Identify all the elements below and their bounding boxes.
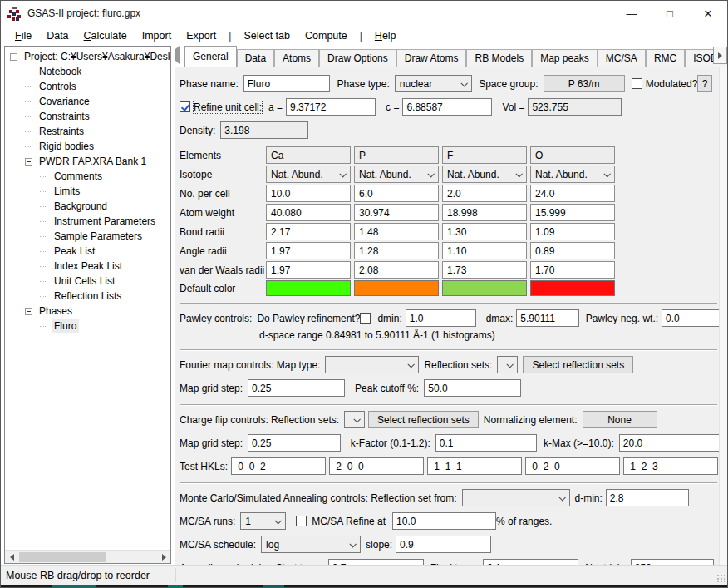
tab-scroll-left-icon[interactable] xyxy=(175,49,180,61)
angle-radii-input[interactable]: 1.28 xyxy=(354,242,439,259)
mcsa-schedule-select[interactable]: log xyxy=(261,536,361,553)
isotope-select[interactable]: Nat. Abund. xyxy=(530,166,615,183)
tab-data[interactable]: Data xyxy=(237,49,274,67)
menu-data[interactable]: Data xyxy=(39,28,76,43)
vdw-radii-input[interactable]: 1.73 xyxy=(442,261,527,279)
bond-radii-input[interactable]: 2.17 xyxy=(266,223,351,240)
k-max-input[interactable]: 20.0 xyxy=(619,434,721,452)
tab-rmc[interactable]: RMC xyxy=(646,49,685,67)
tree-item-phases[interactable]: Phases xyxy=(5,304,170,319)
k-factor-input[interactable]: 0.1 xyxy=(435,434,537,452)
tree-item-reflection-lists[interactable]: Reflection Lists xyxy=(5,289,170,304)
modulated-checkbox[interactable] xyxy=(632,78,642,89)
tree-collapse-icon[interactable] xyxy=(10,53,17,61)
menu-compute[interactable]: Compute xyxy=(298,28,355,43)
bond-radii-input[interactable]: 1.48 xyxy=(354,223,439,240)
isotope-select[interactable]: Nat. Abund. xyxy=(266,166,351,183)
mcsa-reflection-set-select[interactable] xyxy=(462,489,570,506)
per-cell-input[interactable]: 10.0 xyxy=(266,185,351,202)
chargeflip-select-reflection-sets-button[interactable]: Select reflection sets xyxy=(368,411,479,428)
menu-select-tab[interactable]: Select tab xyxy=(236,28,298,43)
cf-map-grid-step-input[interactable]: 0.25 xyxy=(248,434,341,452)
tab-map-peaks[interactable]: Map peaks xyxy=(532,49,598,67)
select-reflection-sets-button[interactable]: Select reflection sets xyxy=(523,356,633,373)
tab-draw-options[interactable]: Draw Options xyxy=(319,49,396,67)
mcsa-dmin-input[interactable]: 2.8 xyxy=(606,489,689,506)
space-group-button[interactable]: P 63/m xyxy=(544,75,625,92)
element-color-swatch[interactable] xyxy=(442,280,527,296)
tree-collapse-icon[interactable] xyxy=(25,308,32,315)
chargeflip-reflection-sets-select[interactable] xyxy=(344,411,365,428)
pawley-neg-wt-input[interactable]: 0.0 xyxy=(662,309,721,327)
vdw-radii-input[interactable]: 2.08 xyxy=(354,261,439,279)
isotope-select[interactable]: Nat. Abund. xyxy=(442,166,527,183)
tab-draw-atoms[interactable]: Draw Atoms xyxy=(396,49,467,67)
tree-item-limits[interactable]: Limits xyxy=(5,184,170,199)
scrollbar-left-icon[interactable] xyxy=(5,551,18,564)
menu-export[interactable]: Export xyxy=(179,28,224,43)
bond-radii-input[interactable]: 1.09 xyxy=(530,223,615,240)
per-cell-input[interactable]: 6.0 xyxy=(354,185,439,202)
test-hkl-input[interactable]: 0 2 0 xyxy=(525,457,620,475)
menu-file[interactable]: File xyxy=(7,28,39,43)
tab-rb-models[interactable]: RB Models xyxy=(466,49,532,67)
element-color-swatch[interactable] xyxy=(266,280,351,296)
element-color-swatch[interactable] xyxy=(354,280,439,296)
tab-atoms[interactable]: Atoms xyxy=(274,49,319,67)
scrollbar-right-icon[interactable] xyxy=(157,551,170,564)
per-cell-input[interactable]: 24.0 xyxy=(530,185,615,202)
tree-item-project[interactable]: Project: C:¥Users¥Asakura¥Deskt xyxy=(5,49,170,64)
tree-item-background[interactable]: Background xyxy=(5,199,170,214)
minimize-button[interactable]: — xyxy=(612,1,651,26)
resize-grip-icon[interactable] xyxy=(716,574,725,582)
tree-item-index-peak-list[interactable]: Index Peak List xyxy=(5,259,170,274)
tree-collapse-icon[interactable] xyxy=(25,158,32,166)
tree-item-restraints[interactable]: Restraints xyxy=(5,124,170,139)
peak-cutoff-input[interactable]: 50.0 xyxy=(424,379,521,397)
phase-name-input[interactable]: Fluro xyxy=(243,75,331,92)
dmin-input[interactable]: 1.0 xyxy=(406,309,476,327)
angle-radii-input[interactable]: 1.10 xyxy=(442,242,527,259)
per-cell-input[interactable]: 2.0 xyxy=(442,185,527,202)
phase-type-select[interactable]: nuclear xyxy=(395,75,472,92)
tree-horizontal-scrollbar[interactable] xyxy=(5,550,170,563)
tree-item-unit-cells-list[interactable]: Unit Cells List xyxy=(5,274,170,289)
help-button[interactable]: ? xyxy=(697,75,712,92)
dmax-input[interactable]: 5.90111 xyxy=(516,309,578,327)
no-trials-input[interactable]: 250 xyxy=(631,559,714,565)
test-hkl-input[interactable]: 2 0 0 xyxy=(329,457,424,475)
do-pawley-checkbox[interactable] xyxy=(360,313,371,324)
normalizing-element-button[interactable]: None xyxy=(583,411,657,428)
menu-calculate[interactable]: Calculate xyxy=(76,28,135,43)
angle-radii-input[interactable]: 0.89 xyxy=(530,242,615,259)
mcsa-refine-checkbox[interactable] xyxy=(296,516,307,526)
tree-item-peak-list[interactable]: Peak List xyxy=(5,244,170,259)
refine-unit-cell-checkbox[interactable] xyxy=(180,101,190,112)
test-hkl-input[interactable]: 0 0 2 xyxy=(231,457,326,475)
tree-item-covariance[interactable]: Covariance xyxy=(5,94,170,109)
bond-radii-input[interactable]: 1.30 xyxy=(442,223,527,240)
vdw-radii-input[interactable]: 1.70 xyxy=(530,261,615,279)
tree-item-notebook[interactable]: Notebook xyxy=(5,64,170,79)
menu-import[interactable]: Import xyxy=(135,28,179,43)
final-temp-input[interactable]: 0.1 xyxy=(483,559,578,565)
tab-mcsa[interactable]: MC/SA xyxy=(598,49,646,67)
menu-help[interactable]: Help xyxy=(367,28,404,43)
scrollbar-thumb[interactable] xyxy=(19,552,106,562)
map-grid-step-input[interactable]: 0.25 xyxy=(248,379,345,397)
tab-general[interactable]: General xyxy=(184,46,237,67)
element-color-swatch[interactable] xyxy=(530,280,615,296)
tree-item-comments[interactable]: Comments xyxy=(5,169,170,184)
test-hkl-input[interactable]: 1 1 1 xyxy=(427,457,522,475)
tree-item-controls[interactable]: Controls xyxy=(5,79,170,94)
mcsa-refine-input[interactable]: 10.0 xyxy=(392,512,496,530)
tree-item-instrument-parameters[interactable]: Instrument Parameters xyxy=(5,214,170,229)
slope-input[interactable]: 0.9 xyxy=(396,536,491,553)
tree-item-sample-parameters[interactable]: Sample Parameters xyxy=(5,229,170,244)
reflection-sets-select[interactable] xyxy=(497,356,518,373)
tree-item-constraints[interactable]: Constraints xyxy=(5,109,170,124)
tree-item-rigid-bodies[interactable]: Rigid bodies xyxy=(5,139,170,154)
tab-scroll-right-icon[interactable] xyxy=(713,47,727,64)
close-button[interactable]: ✕ xyxy=(689,1,727,26)
tree-item-pwdr-bank[interactable]: PWDR FAP.XRA Bank 1 xyxy=(5,154,170,169)
